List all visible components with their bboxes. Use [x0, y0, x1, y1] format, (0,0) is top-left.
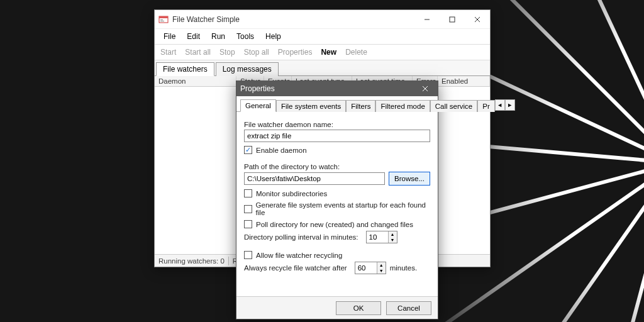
dialog-tab-truncated[interactable]: Pr — [477, 100, 495, 112]
enable-daemon-checkbox[interactable] — [244, 146, 252, 154]
recycle-minutes-unit: minutes. — [390, 264, 417, 272]
main-tabs: File watchers Log messages — [155, 60, 490, 76]
generate-events-label: Generate file system events at startup f… — [256, 201, 430, 216]
maximize-button[interactable] — [440, 10, 465, 28]
poll-interval-spinner[interactable]: ▲▼ — [366, 231, 397, 243]
dialog-close-button[interactable] — [416, 81, 434, 96]
toolbar: Start Start all Stop Stop all Properties… — [155, 45, 490, 60]
toolbar-new[interactable]: New — [316, 46, 341, 58]
menu-tools[interactable]: Tools — [231, 30, 259, 43]
path-input[interactable] — [244, 172, 385, 185]
dialog-tab-general[interactable]: General — [240, 99, 276, 112]
toolbar-stop[interactable]: Stop — [215, 46, 240, 58]
ok-button[interactable]: OK — [336, 301, 381, 315]
dialog-tabs: General File system events Filters Filte… — [236, 96, 438, 112]
main-titlebar[interactable]: File Watcher Simple — [155, 10, 490, 29]
poll-interval-label: Directory polling interval in minutes: — [244, 233, 358, 241]
tabs-scroll-left[interactable]: ◄ — [495, 99, 505, 111]
poll-directory-label: Poll directory for new (created) and cha… — [256, 221, 413, 228]
toolbar-start-all[interactable]: Start all — [180, 46, 215, 58]
monitor-subdirs-checkbox[interactable] — [244, 189, 252, 197]
tab-file-watchers[interactable]: File watchers — [156, 62, 214, 76]
cancel-button[interactable]: Cancel — [386, 301, 431, 315]
daemon-name-input[interactable] — [244, 130, 430, 142]
poll-interval-input[interactable] — [367, 231, 388, 243]
dialog-body: File watcher daemon name: Enable daemon … — [236, 112, 438, 280]
toolbar-stop-all[interactable]: Stop all — [240, 46, 274, 58]
dialog-footer: OK Cancel — [236, 296, 438, 319]
enable-daemon-label: Enable daemon — [256, 147, 307, 154]
path-label: Path of the directory to watch: — [244, 163, 430, 170]
monitor-subdirs-label: Monitor subdirectories — [256, 190, 327, 197]
menu-edit[interactable]: Edit — [182, 30, 205, 43]
status-watchers-label: Running watchers: — [158, 257, 218, 265]
dialog-titlebar[interactable]: Properties — [236, 81, 438, 96]
menubar: File Edit Run Tools Help — [155, 29, 490, 45]
browse-button[interactable]: Browse... — [389, 172, 430, 186]
col-enabled[interactable]: Enabled — [438, 76, 490, 86]
menu-run[interactable]: Run — [206, 30, 230, 43]
svg-rect-1 — [159, 16, 168, 18]
generate-events-checkbox[interactable] — [244, 205, 252, 213]
poll-interval-up[interactable]: ▲ — [388, 231, 397, 237]
tabs-scroll-right[interactable]: ► — [505, 99, 515, 111]
properties-dialog: Properties General File system events Fi… — [236, 80, 438, 319]
dialog-tab-filtered-mode[interactable]: Filtered mode — [375, 100, 430, 112]
svg-rect-3 — [160, 21, 164, 21]
col-daemon[interactable]: Daemon — [155, 76, 236, 86]
recycle-minutes-spinner[interactable]: ▲▼ — [355, 262, 386, 274]
recycle-minutes-down[interactable]: ▼ — [377, 268, 386, 274]
tab-log-messages[interactable]: Log messages — [216, 62, 279, 76]
svg-rect-2 — [160, 19, 163, 20]
allow-recycling-label: Allow file watcher recycling — [256, 252, 342, 259]
dialog-tab-call-service[interactable]: Call service — [430, 100, 477, 112]
svg-rect-5 — [450, 17, 455, 22]
allow-recycling-checkbox[interactable] — [244, 251, 252, 259]
name-label: File watcher daemon name: — [244, 121, 430, 128]
minimize-button[interactable] — [414, 10, 440, 28]
close-button[interactable] — [465, 10, 490, 28]
recycle-minutes-input[interactable] — [355, 262, 377, 274]
poll-interval-down[interactable]: ▼ — [388, 237, 397, 243]
dialog-tab-filters[interactable]: Filters — [346, 100, 375, 112]
toolbar-start[interactable]: Start — [156, 46, 180, 58]
dialog-tab-fsevents[interactable]: File system events — [276, 100, 346, 112]
dialog-title: Properties — [240, 84, 275, 93]
status-watchers-value: 0 — [220, 257, 224, 265]
window-title: File Watcher Simple — [172, 15, 240, 24]
toolbar-properties[interactable]: Properties — [274, 46, 317, 58]
recycle-after-label: Always recycle file watcher after — [244, 264, 347, 272]
recycle-minutes-up[interactable]: ▲ — [377, 262, 386, 268]
menu-file[interactable]: File — [158, 30, 180, 43]
menu-help[interactable]: Help — [260, 30, 286, 43]
toolbar-delete[interactable]: Delete — [341, 46, 372, 58]
app-icon — [158, 14, 169, 25]
poll-directory-checkbox[interactable] — [244, 220, 252, 228]
